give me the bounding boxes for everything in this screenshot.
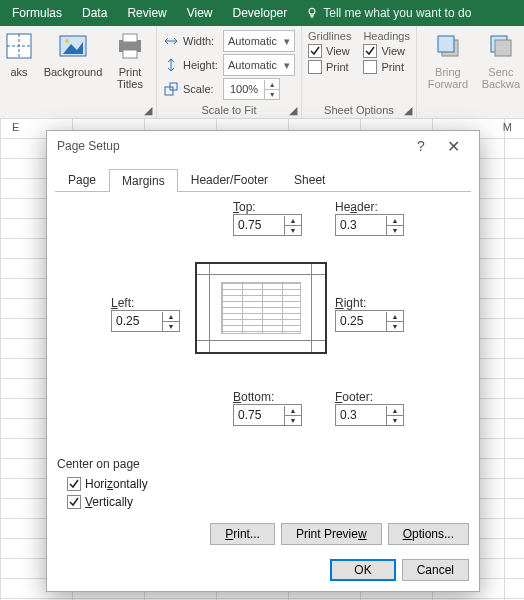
send-backward-label: Senc Backwa	[482, 66, 521, 90]
right-spinner[interactable]: 0.25▲▼	[335, 310, 404, 332]
center-on-page-label: Center on page	[57, 457, 148, 471]
headings-heading: Headings	[363, 30, 409, 42]
column-header-M[interactable]: M	[503, 121, 512, 133]
ok-button[interactable]: OK	[330, 559, 395, 581]
svg-rect-8	[165, 87, 173, 95]
group-scale-to-fit: Width: Automatic▾ Height: Automatic▾ Sca…	[157, 26, 302, 118]
headings-print-check[interactable]: Print	[363, 60, 409, 74]
bring-forward-button[interactable]: Bring Forward	[423, 30, 473, 90]
svg-rect-13	[495, 40, 511, 56]
page-setup-dialog: Page Setup ? ✕ Page Margins Header/Foote…	[46, 130, 480, 592]
sheet-options-launcher[interactable]: ◢	[402, 104, 414, 116]
height-combo[interactable]: Automatic▾	[223, 54, 295, 76]
dialog-tab-margins[interactable]: Margins	[109, 169, 178, 192]
dialog-tab-sheet[interactable]: Sheet	[281, 168, 338, 191]
page-setup-caption: ◢	[2, 102, 150, 116]
print-titles-icon	[114, 30, 146, 62]
lightbulb-icon	[305, 6, 319, 20]
scale-up[interactable]: ▲	[265, 80, 279, 90]
width-icon	[163, 33, 179, 49]
top-spinner[interactable]: 0.75▲▼	[233, 214, 302, 236]
svg-rect-11	[438, 36, 454, 52]
gridlines-heading: Gridlines	[308, 30, 351, 42]
send-backward-button[interactable]: Senc Backwa	[479, 30, 523, 90]
page-setup-launcher[interactable]: ◢	[142, 104, 154, 116]
help-button[interactable]: ?	[405, 138, 437, 154]
print-titles-button[interactable]: Print Titles	[110, 30, 150, 90]
ribbon-tab-strip: Formulas Data Review View Developer Tell…	[0, 0, 524, 26]
cancel-button[interactable]: Cancel	[402, 559, 469, 581]
print-preview-button[interactable]: Print Preview	[281, 523, 382, 545]
tab-formulas[interactable]: Formulas	[2, 0, 72, 26]
tab-review[interactable]: Review	[117, 0, 176, 26]
dialog-title: Page Setup	[57, 139, 120, 153]
arrange-caption	[423, 102, 523, 116]
group-arrange-partial: Bring Forward Senc Backwa	[417, 26, 524, 118]
width-combo[interactable]: Automatic▾	[223, 30, 295, 52]
scale-down[interactable]: ▼	[265, 90, 279, 99]
gridlines-print-check[interactable]: Print	[308, 60, 351, 74]
margins-preview	[195, 262, 327, 354]
send-backward-icon	[485, 30, 517, 62]
center-horizontally-check[interactable]: HorizontallyHorizontally	[67, 477, 148, 491]
bring-forward-label: Bring Forward	[428, 66, 468, 90]
print-button[interactable]: Print...	[210, 523, 275, 545]
svg-rect-6	[123, 34, 137, 42]
header-spinner[interactable]: 0.3▲▼	[335, 214, 404, 236]
ribbon-body: aks Background Print Titles ◢ Width: Aut…	[0, 26, 524, 119]
width-label: Width:	[183, 35, 219, 47]
background-icon	[57, 30, 89, 62]
height-icon	[163, 57, 179, 73]
dialog-tabs: Page Margins Header/Footer Sheet	[55, 167, 471, 191]
print-titles-label: Print Titles	[117, 66, 143, 90]
svg-point-4	[65, 39, 69, 43]
tab-developer[interactable]: Developer	[223, 0, 298, 26]
background-button[interactable]: Background	[42, 30, 104, 78]
tab-view[interactable]: View	[177, 0, 223, 26]
tell-me-label: Tell me what you want to do	[323, 6, 471, 20]
height-label: Height:	[183, 59, 219, 71]
tell-me-search[interactable]: Tell me what you want to do	[305, 6, 471, 20]
scale-spinner[interactable]: 100% ▲▼	[223, 78, 280, 100]
center-vertically-check[interactable]: VerticallyVertically	[67, 495, 148, 509]
bring-forward-icon	[432, 30, 464, 62]
dialog-tab-page[interactable]: Page	[55, 168, 109, 191]
headings-view-check[interactable]: View	[363, 44, 409, 58]
scale-icon	[163, 81, 179, 97]
left-spinner[interactable]: 0.25▲▼	[111, 310, 180, 332]
scale-label: Scale:	[183, 83, 219, 95]
scale-caption: Scale to Fit	[201, 104, 256, 116]
sheet-options-caption: Sheet Options	[324, 104, 394, 116]
background-label: Background	[44, 66, 103, 78]
dialog-tab-header-footer[interactable]: Header/Footer	[178, 168, 281, 191]
bottom-spinner[interactable]: 0.75▲▼	[233, 404, 302, 426]
group-page-setup-partial: aks Background Print Titles ◢	[0, 26, 157, 118]
dialog-titlebar[interactable]: Page Setup ? ✕	[47, 131, 479, 161]
svg-point-0	[309, 8, 315, 14]
tab-data[interactable]: Data	[72, 0, 117, 26]
gridlines-view-check[interactable]: View	[308, 44, 351, 58]
scale-launcher[interactable]: ◢	[287, 104, 299, 116]
close-button[interactable]: ✕	[437, 137, 469, 156]
svg-rect-7	[123, 50, 137, 58]
breaks-label: aks	[10, 66, 27, 78]
options-button[interactable]: Options...	[388, 523, 469, 545]
column-header-E[interactable]: E	[12, 121, 19, 133]
group-sheet-options: Gridlines View Print Headings View Print…	[302, 26, 417, 118]
breaks-button[interactable]: aks	[2, 30, 36, 78]
footer-spinner[interactable]: 0.3▲▼	[335, 404, 404, 426]
breaks-icon	[3, 30, 35, 62]
